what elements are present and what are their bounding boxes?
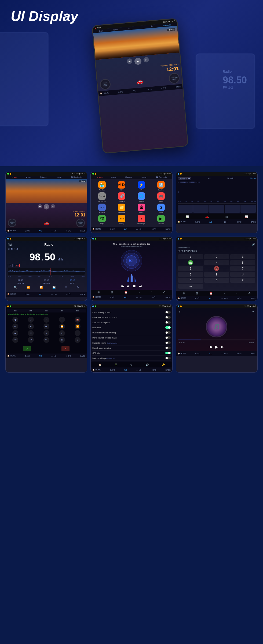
- radio-scale: 87.5090.4593.3596.2099.20102.15105.05108…: [8, 276, 85, 277]
- key-hangup[interactable]: 📵: [204, 266, 229, 271]
- steer-k2[interactable]: K: [59, 330, 65, 336]
- steer-brightness[interactable]: ☼: [75, 337, 81, 343]
- app-carbitlink[interactable]: 🔗 CarbitLink: [113, 192, 131, 202]
- app-filemanager[interactable]: 📁 FileManager: [113, 204, 131, 213]
- toggle-volume[interactable]: [165, 347, 171, 349]
- steer-stop[interactable]: ⏹: [28, 323, 34, 329]
- key-5[interactable]: 5: [230, 260, 255, 265]
- music-prev[interactable]: ⏮: [209, 345, 213, 349]
- steer-mute[interactable]: 🔇: [75, 317, 81, 323]
- music-next[interactable]: ⏭: [221, 345, 225, 349]
- screenshot-steering: 12:09 ▶ 18 ⏎ 255255255255255 please hold…: [5, 304, 87, 373]
- side-screen-right: [196, 54, 255, 129]
- sc6-phone: 🔊 Disconnected 40:45:DA:5A:FE:1E 1 2 3 ☎…: [176, 241, 257, 291]
- music-time: 0:00:00 0:00:00: [178, 342, 255, 344]
- music-play[interactable]: ▶: [215, 345, 218, 349]
- toggle-nav[interactable]: [165, 321, 171, 324]
- app-playstore[interactable]: ▶ Play Store: [152, 215, 170, 225]
- key-9[interactable]: 9: [204, 272, 229, 277]
- key-hash[interactable]: #: [230, 278, 255, 283]
- toggle-osd[interactable]: [165, 326, 171, 329]
- key-3[interactable]: 3: [230, 254, 255, 259]
- toggle-brake[interactable]: [165, 316, 171, 319]
- preset-6[interactable]: 87.50: [60, 282, 85, 285]
- preset-1[interactable]: 87.50: [8, 279, 33, 281]
- sc5-icons: ⊞🖼⏰♪≡⚙: [91, 290, 172, 295]
- app-appstore[interactable]: 🏪 App Store: [93, 181, 111, 191]
- key-2[interactable]: 2: [204, 254, 229, 259]
- steer-rew[interactable]: ⏪: [59, 323, 65, 329]
- app-maps[interactable]: 🗺 Maps: [93, 215, 111, 225]
- toggle-gps[interactable]: [165, 352, 171, 354]
- radio-repeat-icon[interactable]: 🔁: [39, 286, 43, 289]
- steer-vol-up[interactable]: +: [43, 317, 49, 323]
- preset-2[interactable]: 90.10: [34, 279, 59, 281]
- eq-bars: [180, 184, 256, 200]
- bt-prev[interactable]: ⏮: [121, 284, 124, 288]
- app-control[interactable]: 🎮 Control: [152, 192, 170, 202]
- radio-freq-row: ‹ FM 1-3 ›: [8, 248, 85, 251]
- app-aux[interactable]: AUX AUX: [113, 181, 131, 191]
- key-1[interactable]: 1: [178, 254, 203, 259]
- app-gallery[interactable]: 🖼 Gallery: [132, 204, 150, 213]
- key-8[interactable]: 8: [178, 272, 203, 277]
- key-del[interactable]: ⇦: [178, 284, 203, 289]
- steer-settings[interactable]: ⚙: [59, 337, 65, 343]
- bt-playpause[interactable]: ⏭: [127, 284, 130, 288]
- steer-power[interactable]: ⏻: [12, 317, 18, 323]
- steer-play[interactable]: ▶: [12, 330, 18, 336]
- toggle-mute[interactable]: [165, 331, 171, 334]
- radio-list-icon[interactable]: ≡: [65, 286, 67, 289]
- steer-pause[interactable]: ⏸: [28, 330, 34, 336]
- key-6[interactable]: 6: [178, 266, 203, 271]
- radio-search-icon[interactable]: 🔍: [14, 286, 17, 289]
- steer-check[interactable]: ✓: [23, 346, 31, 351]
- steer-prev[interactable]: ⏮: [12, 323, 18, 329]
- key-star[interactable]: *: [178, 278, 203, 283]
- steer-ff[interactable]: ⏩: [75, 323, 81, 329]
- bt-next[interactable]: ⏭: [139, 284, 142, 288]
- preset-5[interactable]: 108.00: [34, 282, 59, 285]
- toggle-mirror[interactable]: [165, 336, 171, 339]
- sc3-eq: Standard All Default Set up 2.0 3.0 3.0 …: [176, 176, 257, 214]
- toggle-lantern[interactable]: [165, 357, 171, 359]
- app-google[interactable]: G Google: [152, 204, 170, 213]
- preset-4[interactable]: 106.10: [8, 282, 33, 285]
- app-moofay[interactable]: moo moofay: [113, 215, 131, 225]
- steer-cancel[interactable]: ✕: [61, 346, 70, 351]
- app-carlink[interactable]: CarLink Car Link 2.0: [93, 192, 111, 202]
- radio-signal-icon[interactable]: 📶: [27, 286, 30, 289]
- app-eq[interactable]: EQ Equalizer: [93, 204, 111, 213]
- steer-k1[interactable]: K: [43, 330, 49, 336]
- key-7[interactable]: 7: [230, 266, 255, 271]
- gauge-speed: Current speed 0km/h: [168, 72, 180, 84]
- app-bt[interactable]: ⚡ BT: [132, 181, 150, 191]
- toggle-backlight[interactable]: [165, 341, 171, 344]
- sc3-status: 12:03 ▶ 18 ⏎: [176, 172, 257, 176]
- key-link[interactable]: ↺: [230, 272, 255, 277]
- steer-next[interactable]: ⏭: [43, 323, 49, 329]
- key-call[interactable]: ☎: [178, 260, 203, 265]
- steer-vol-down[interactable]: −: [59, 317, 65, 323]
- eq-freq-labels: FC: 3050851252003008001.0k1.5k3.0k3.0k12…: [178, 201, 256, 202]
- radio-freq-display: 98 . 50 MHz: [8, 252, 85, 263]
- radio-settings-icon[interactable]: ⚙: [76, 286, 79, 289]
- bt-stop[interactable]: ⏹: [133, 284, 136, 288]
- eq-standard-select[interactable]: Standard: [178, 177, 191, 180]
- sc5-bt: That I can't keep out got me singin' lik…: [91, 241, 172, 290]
- app-calculator[interactable]: 🔢 Calculator: [152, 181, 170, 191]
- steer-mode[interactable]: ↺: [28, 317, 34, 323]
- sc2-status: ▲ 12:02 ▶ 10 ⏎: [91, 172, 172, 176]
- steer-aux[interactable]: AUX: [12, 337, 18, 343]
- steer-fm[interactable]: FM: [43, 337, 49, 343]
- key-4[interactable]: 4: [204, 260, 229, 265]
- preset-3[interactable]: 98.10: [60, 279, 85, 281]
- radio-save-icon[interactable]: 💾: [52, 286, 56, 289]
- setting-volume: Default volume switch: [92, 345, 170, 351]
- key-0[interactable]: 0: [204, 278, 229, 283]
- sc1-gauge-speed: Current speed0km/h: [76, 219, 85, 227]
- steer-am[interactable]: AM: [28, 337, 34, 343]
- app-chrome[interactable]: 🌐 Chrome: [132, 192, 150, 202]
- app-musicplayer[interactable]: ♪ Music Player: [132, 215, 150, 225]
- toggle-press-any[interactable]: [165, 311, 171, 314]
